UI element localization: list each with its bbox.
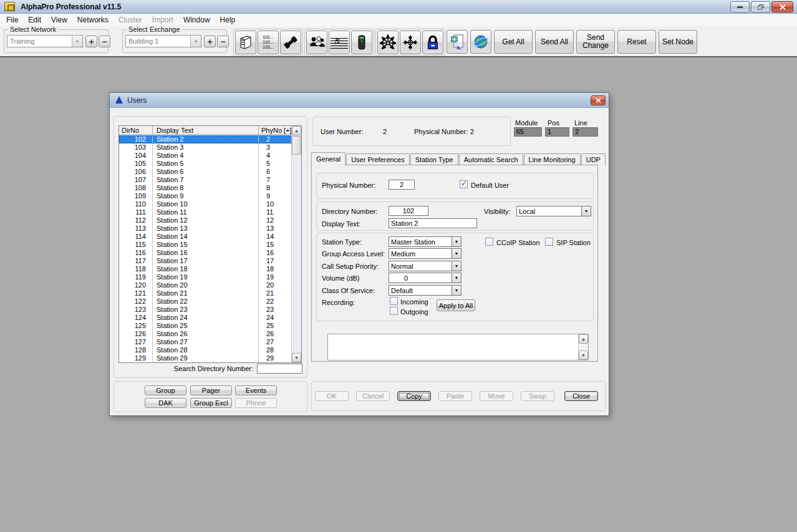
- menu-view[interactable]: View: [46, 14, 72, 26]
- station-row[interactable]: 129 Station 29 29: [119, 354, 292, 362]
- restore-button[interactable]: [751, 1, 770, 12]
- remove-network-button[interactable]: −: [99, 36, 110, 47]
- swap-button[interactable]: Swap: [521, 391, 554, 401]
- scroll-up-icon[interactable]: ▲: [579, 334, 588, 344]
- apply-to-all-button[interactable]: Apply to All: [437, 299, 475, 311]
- group-excl-button[interactable]: Group Excl: [190, 398, 232, 408]
- tab-general[interactable]: General: [311, 152, 345, 165]
- station-row[interactable]: 102 Station 2 2: [119, 135, 292, 143]
- tab-station-type[interactable]: Station Type: [410, 153, 458, 165]
- pager-button[interactable]: Pager: [190, 385, 232, 395]
- column-header-dirno[interactable]: DirNo: [119, 126, 153, 134]
- dialog-close-button[interactable]: [591, 95, 606, 105]
- lock-button[interactable]: [422, 31, 443, 54]
- station-row[interactable]: 127 Station 27 27: [119, 338, 292, 346]
- station-row[interactable]: 111 Station 11 11: [119, 208, 292, 216]
- class-of-service-select[interactable]: Default ▼: [389, 285, 461, 296]
- station-row[interactable]: 116 Station 16 16: [119, 249, 292, 257]
- scroll-down-icon[interactable]: ▼: [292, 353, 301, 362]
- station-row[interactable]: 113 Station 13 13: [119, 225, 292, 233]
- add-exchange-button[interactable]: +: [204, 36, 216, 47]
- station-row[interactable]: 108 Station 8 8: [119, 184, 292, 192]
- station-type-select[interactable]: Master Station ▼: [389, 236, 461, 247]
- sip-station-checkbox[interactable]: ✓: [545, 238, 553, 246]
- collect-in-button[interactable]: [400, 31, 421, 54]
- remove-exchange-button[interactable]: −: [217, 36, 229, 47]
- exchange-select[interactable]: Building 1 ▼: [125, 35, 201, 47]
- cancel-button[interactable]: Cancel: [356, 391, 390, 401]
- list-scrollbar[interactable]: ▲ ▼: [291, 126, 301, 362]
- recording-incoming-checkbox[interactable]: ✓: [390, 297, 398, 305]
- close-dialog-button[interactable]: Close: [564, 391, 598, 401]
- copy-button[interactable]: Copy: [397, 391, 431, 401]
- station-row[interactable]: 123 Station 23 23: [119, 306, 292, 314]
- ccoip-station-checkbox[interactable]: ✓: [485, 238, 493, 246]
- station-row[interactable]: 103 Station 3 3: [119, 143, 292, 152]
- station-row[interactable]: 104 Station 4 4: [119, 152, 292, 160]
- station-row[interactable]: 124 Station 24 24: [119, 314, 292, 322]
- move-button[interactable]: Move: [480, 391, 513, 401]
- tab-udp[interactable]: UDP: [581, 153, 606, 165]
- menu-edit[interactable]: Edit: [23, 14, 46, 26]
- handset-button[interactable]: [280, 31, 301, 54]
- menu-file[interactable]: File: [1, 14, 23, 26]
- scroll-up-icon[interactable]: ▲: [292, 126, 301, 135]
- menu-cluster[interactable]: Cluster: [114, 14, 147, 26]
- dak-button[interactable]: DAK: [145, 398, 186, 408]
- station-row[interactable]: 121 Station 21 21: [119, 289, 292, 297]
- station-row[interactable]: 125 Station 25 25: [119, 322, 292, 330]
- tab-line-monitoring[interactable]: Line Monitoring: [524, 153, 581, 165]
- menu-networks[interactable]: Networks: [72, 14, 114, 26]
- network-globe-button[interactable]: [470, 30, 491, 54]
- tab-automatic-search[interactable]: Automatic Search: [459, 153, 523, 165]
- directory-numbers-button[interactable]: 101... 102... 103...: [258, 31, 279, 54]
- station-row[interactable]: 114 Station 14 14: [119, 233, 292, 241]
- menu-window[interactable]: Window: [178, 14, 215, 26]
- station-row[interactable]: 119 Station 19 19: [119, 273, 292, 281]
- search-directory-input[interactable]: [257, 364, 302, 374]
- close-button[interactable]: [771, 1, 793, 12]
- phone-button[interactable]: Phone: [235, 398, 277, 408]
- column-header-phyno[interactable]: PhyNo [+]: [259, 126, 292, 134]
- set-node-button[interactable]: Set Node: [659, 30, 697, 54]
- station-row[interactable]: 107 Station 7 7: [119, 176, 292, 184]
- users-button[interactable]: [306, 31, 327, 54]
- group-button[interactable]: Group: [145, 385, 186, 395]
- export-data-button[interactable]: a,: [447, 30, 468, 54]
- station-row[interactable]: 120 Station 20 20: [119, 281, 292, 289]
- visibility-select[interactable]: Local ▼: [516, 206, 591, 216]
- station-row[interactable]: 112 Station 12 12: [119, 216, 292, 225]
- call-setup-select[interactable]: Normal ▼: [389, 261, 461, 271]
- station-row[interactable]: 110 Station 10 10: [119, 200, 292, 208]
- memo-scrollbar[interactable]: ▲ ▼: [578, 334, 588, 360]
- scrollbar-thumb[interactable]: [292, 136, 301, 155]
- station-row[interactable]: 126 Station 26 26: [119, 330, 292, 338]
- volume-select[interactable]: 0 ▼: [389, 273, 461, 283]
- station-row[interactable]: 122 Station 22 22: [119, 297, 292, 306]
- minimize-button[interactable]: [730, 1, 750, 12]
- display-text-input[interactable]: [389, 218, 477, 228]
- portable-station-button[interactable]: [351, 31, 372, 54]
- station-row[interactable]: 109 Station 9 9: [119, 192, 292, 200]
- scroll-down-icon[interactable]: ▼: [579, 351, 588, 360]
- send-change-button[interactable]: Send Change: [576, 30, 615, 54]
- exchange-cabinet-button[interactable]: [235, 31, 256, 54]
- station-row[interactable]: 106 Station 6 6: [119, 168, 292, 176]
- station-row[interactable]: 118 Station 18 18: [119, 265, 292, 273]
- column-header-display-text[interactable]: Display Text: [153, 126, 259, 134]
- physical-number-input[interactable]: [389, 180, 415, 190]
- audio-program-button[interactable]: ♬: [329, 31, 350, 54]
- directory-number-input[interactable]: [389, 206, 428, 216]
- station-row[interactable]: 105 Station 5 5: [119, 160, 292, 168]
- station-row[interactable]: 115 Station 15 15: [119, 241, 292, 249]
- group-access-select[interactable]: Medium ▼: [389, 248, 461, 259]
- reset-button[interactable]: Reset: [617, 30, 656, 54]
- station-row[interactable]: 128 Station 28 28: [119, 346, 292, 354]
- get-all-button[interactable]: Get All: [494, 30, 533, 54]
- station-row[interactable]: 117 Station 17 17: [119, 257, 292, 265]
- menu-help[interactable]: Help: [215, 14, 241, 26]
- send-all-button[interactable]: Send All: [535, 30, 574, 54]
- tab-user-preferences[interactable]: User Preferences: [346, 153, 410, 165]
- network-select[interactable]: Training ▼: [7, 35, 83, 47]
- distribute-out-button[interactable]: [377, 31, 398, 54]
